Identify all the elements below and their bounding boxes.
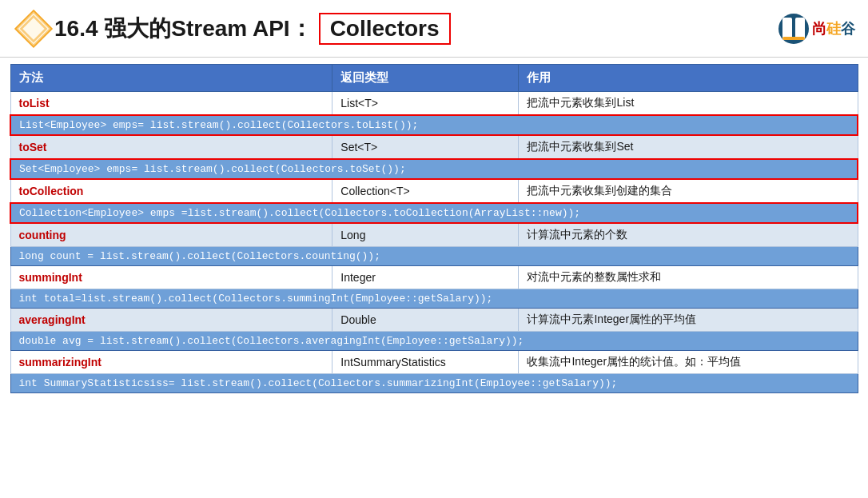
- svg-rect-5: [782, 37, 805, 40]
- method-name-cell: toCollection: [10, 179, 332, 203]
- return-type-cell: Collection<T>: [332, 179, 519, 203]
- code-cell: long count = list.stream().collect(Colle…: [10, 247, 858, 266]
- code-cell: double avg = list.stream().collect(Colle…: [10, 332, 858, 351]
- brand-logo: 尚硅谷: [778, 14, 855, 44]
- code-cell: Set<Employee> emps= list.stream().collec…: [10, 159, 858, 179]
- method-name-cell: toSet: [10, 135, 332, 159]
- table-row: summingIntInteger对流中元素的整数属性求和: [10, 266, 858, 289]
- method-name-cell: summingInt: [10, 266, 332, 289]
- return-type-cell: IntSummaryStatistics: [332, 351, 519, 374]
- return-type-cell: List<T>: [332, 92, 519, 116]
- title-text: 16.4 强大的Stream API：: [54, 16, 313, 41]
- table-row: toCollectionCollection<T>把流中元素收集到创建的集合: [10, 179, 858, 203]
- svg-rect-4: [795, 18, 805, 40]
- code-row: double avg = list.stream().collect(Colle…: [10, 332, 858, 351]
- method-name-cell: counting: [10, 223, 332, 247]
- method-name-cell: summarizingInt: [10, 351, 332, 374]
- code-row: int total=list.stream().collect(Collecto…: [10, 289, 858, 309]
- description-cell: 把流中元素收集到Set: [519, 135, 858, 159]
- table-header: 方法 返回类型 作用: [10, 65, 858, 92]
- page-title: 16.4 强大的Stream API：Collectors: [54, 13, 778, 45]
- description-cell: 对流中元素的整数属性求和: [519, 266, 858, 289]
- col-method-header: 方法: [10, 65, 332, 92]
- code-cell: Collection<Employee> emps =list.stream()…: [10, 203, 858, 223]
- brand-text: 尚硅谷: [812, 19, 855, 38]
- return-type-cell: Integer: [332, 266, 519, 289]
- return-type-cell: Double: [332, 309, 519, 332]
- collectors-highlight: Collectors: [319, 13, 451, 45]
- table-row: toSetSet<T>把流中元素收集到Set: [10, 135, 858, 159]
- table-row: averagingIntDouble计算流中元素Integer属性的平均值: [10, 309, 858, 332]
- collectors-table: 方法 返回类型 作用 toListList<T>把流中元素收集到ListList…: [10, 64, 858, 393]
- code-row: List<Employee> emps= list.stream().colle…: [10, 115, 858, 135]
- page-wrapper: 16.4 强大的Stream API：Collectors 尚硅谷: [0, 0, 868, 498]
- table-row: countingLong计算流中元素的个数: [10, 223, 858, 247]
- description-cell: 收集流中Integer属性的统计值。如：平均值: [519, 351, 858, 374]
- description-cell: 计算流中元素Integer属性的平均值: [519, 309, 858, 332]
- code-cell: int total=list.stream().collect(Collecto…: [10, 289, 858, 309]
- method-name-cell: averagingInt: [10, 309, 332, 332]
- table-container: 方法 返回类型 作用 toListList<T>把流中元素收集到ListList…: [0, 58, 868, 400]
- table-row: summarizingIntIntSummaryStatistics收集流中In…: [10, 351, 858, 374]
- code-row: Collection<Employee> emps =list.stream()…: [10, 203, 858, 223]
- diamond-icon: [13, 8, 54, 50]
- svg-marker-2: [16, 11, 50, 46]
- table-body: toListList<T>把流中元素收集到ListList<Employee> …: [10, 92, 858, 393]
- code-row: long count = list.stream().collect(Colle…: [10, 247, 858, 266]
- description-cell: 把流中元素收集到List: [519, 92, 858, 116]
- col-desc-header: 作用: [519, 65, 858, 92]
- code-cell: int SummaryStatisticsiss= list.stream().…: [10, 374, 858, 393]
- brand-icon: [778, 14, 809, 44]
- method-name-cell: toList: [10, 92, 332, 116]
- svg-rect-3: [782, 18, 792, 40]
- code-cell: List<Employee> emps= list.stream().colle…: [10, 115, 858, 135]
- code-row: int SummaryStatisticsiss= list.stream().…: [10, 374, 858, 393]
- return-type-cell: Long: [332, 223, 519, 247]
- description-cell: 把流中元素收集到创建的集合: [519, 179, 858, 203]
- return-type-cell: Set<T>: [332, 135, 519, 159]
- table-row: toListList<T>把流中元素收集到List: [10, 92, 858, 116]
- header: 16.4 强大的Stream API：Collectors 尚硅谷: [0, 0, 868, 58]
- description-cell: 计算流中元素的个数: [519, 223, 858, 247]
- code-row: Set<Employee> emps= list.stream().collec…: [10, 159, 858, 179]
- col-return-header: 返回类型: [332, 65, 519, 92]
